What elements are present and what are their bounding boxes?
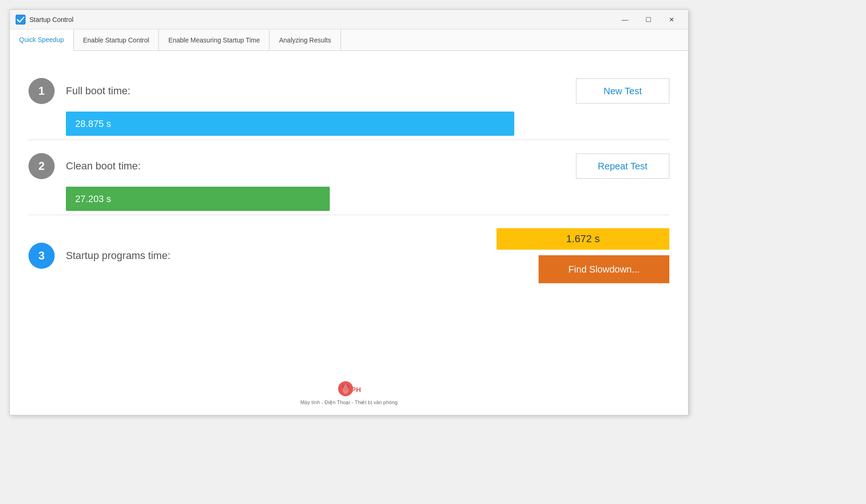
section-startup-programs: 3 Startup programs time: 1.672 s Find Sl…: [28, 215, 669, 291]
section1-left: 1 Full boot time:: [28, 78, 130, 104]
title-bar: Startup Control — ☐ ✕: [10, 10, 688, 29]
section-full-boot: 1 Full boot time: New Test 28.875 s: [28, 65, 669, 136]
watermark-tagline: Máy tính - Điện Thoại - Thiết bị văn phò…: [300, 399, 398, 406]
window-title: Startup Control: [29, 16, 73, 23]
find-slowdown-button[interactable]: Find Slowdown...: [539, 255, 669, 283]
new-test-button[interactable]: New Test: [576, 78, 669, 104]
step-circle-3: 3: [28, 243, 55, 269]
step-circle-1: 1: [28, 78, 55, 104]
full-boot-bar-container: 28.875 s: [28, 112, 669, 136]
clean-boot-bar: 27.203 s: [66, 187, 330, 211]
section-clean-boot: 2 Clean boot time: Repeat Test 27.203 s: [28, 140, 669, 211]
full-boot-bar: 28.875 s: [66, 112, 514, 136]
main-content: 1 Full boot time: New Test 28.875 s 2 Cl…: [10, 51, 688, 305]
tab-enable-measuring[interactable]: Enable Measuring Startup Time: [159, 29, 270, 50]
startup-programs-label: Startup programs time:: [66, 250, 485, 262]
app-icon: [15, 14, 26, 25]
phucanh-logo-icon: PHUCANH: [337, 380, 361, 398]
tab-quick-speedup[interactable]: Quick Speedup: [10, 29, 74, 51]
tab-analyzing-results[interactable]: Analyzing Results: [270, 29, 341, 50]
watermark-logo: PHUCANH: [337, 380, 361, 398]
section2-header: 2 Clean boot time: Repeat Test: [28, 140, 669, 187]
clean-boot-bar-container: 27.203 s: [28, 187, 669, 211]
tab-enable-startup-control[interactable]: Enable Startup Control: [74, 29, 159, 50]
full-boot-label: Full boot time:: [66, 85, 130, 97]
startup-programs-value: 1.672 s: [497, 228, 669, 250]
clean-boot-label: Clean boot time:: [66, 160, 141, 172]
main-window: Startup Control — ☐ ✕ Quick Speedup Enab…: [9, 9, 689, 415]
section2-left: 2 Clean boot time:: [28, 153, 141, 179]
section3-controls: 1.672 s Find Slowdown...: [497, 228, 669, 283]
tab-bar: Quick Speedup Enable Startup Control Ena…: [10, 29, 688, 51]
title-bar-left: Startup Control: [15, 14, 73, 25]
title-bar-controls: — ☐ ✕: [614, 12, 682, 27]
maximize-button[interactable]: ☐: [638, 12, 659, 27]
close-button[interactable]: ✕: [661, 12, 682, 27]
svg-text:PHUCANH: PHUCANH: [351, 385, 361, 393]
step-circle-2: 2: [28, 153, 55, 179]
section1-header: 1 Full boot time: New Test: [28, 65, 669, 112]
minimize-button[interactable]: —: [614, 12, 636, 27]
repeat-test-button[interactable]: Repeat Test: [576, 154, 669, 179]
watermark: PHUCANH Máy tính - Điện Thoại - Thiết bị…: [300, 380, 398, 406]
section3-row: 3 Startup programs time: 1.672 s Find Sl…: [28, 215, 669, 291]
